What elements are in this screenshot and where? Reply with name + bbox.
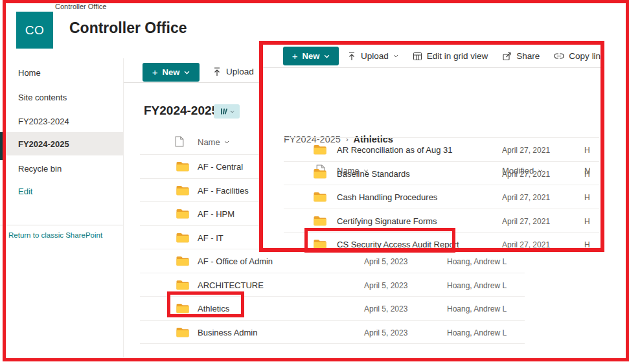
folder-icon (176, 327, 189, 340)
file-name[interactable]: Business Admin (198, 328, 258, 337)
file-name[interactable]: Cash Handling Procedures (337, 192, 437, 202)
modified-date: April 27, 2021 (502, 193, 550, 202)
modified-date: April 27, 2021 (502, 217, 550, 226)
document-type-icon[interactable] (175, 136, 184, 150)
folder-icon (176, 303, 189, 316)
folder-icon (314, 192, 326, 205)
folder-icon (314, 216, 326, 229)
sidebar-item-site-contents[interactable]: Site contents (0, 85, 123, 109)
sidebar-item-label: FY2024-2025 (18, 139, 69, 149)
folder-icon (176, 161, 189, 174)
folder-icon (176, 233, 189, 245)
folder-icon (314, 239, 326, 252)
upload-icon (347, 52, 356, 61)
modified-by: Hoang, Andrew L (584, 170, 590, 179)
folder-icon (314, 168, 326, 181)
file-name[interactable]: ARCHITECTURE (198, 280, 264, 290)
file-row[interactable]: AF - Office of AdminApril 5, 2023Hoang, … (140, 249, 525, 273)
copy-link-button[interactable]: Copy link (554, 51, 604, 61)
name-column-header[interactable]: Name (198, 137, 229, 147)
file-row[interactable]: AR Reconciliation as of Aug 31April 27, … (284, 137, 599, 161)
modified-by: Hoang, Andrew L (447, 328, 507, 337)
file-name[interactable]: Baseline Standards (337, 169, 410, 179)
modified-date: April 27, 2021 (502, 170, 550, 179)
file-row-highlighted[interactable]: CS Security Access Audit ReportApril 27,… (284, 232, 599, 252)
modified-by: Hoang, Andrew L (584, 146, 590, 155)
file-name[interactable]: AF - Central (198, 162, 243, 172)
file-row[interactable]: Baseline StandardsApril 27, 2021Hoang, A… (284, 161, 599, 185)
sidebar-item-fy2023-2024[interactable]: FY2023-2024 (0, 109, 123, 133)
view-options-chip[interactable] (214, 104, 240, 119)
sidebar-item-edit[interactable]: Edit (0, 179, 123, 203)
file-row[interactable]: Business AdminApril 5, 2023Hoang, Andrew… (140, 320, 525, 344)
edit-grid-view-button[interactable]: Edit in grid view (413, 51, 488, 61)
chevron-down-icon (393, 54, 398, 58)
chevron-down-icon (184, 71, 190, 74)
content-divider (123, 58, 124, 358)
share-button[interactable]: Share (502, 51, 540, 61)
upload-button[interactable]: Upload (212, 67, 264, 76)
link-icon (554, 52, 564, 60)
modified-by: Hoang, Andrew L (584, 217, 590, 226)
table-bottom-divider (140, 343, 525, 344)
modified-date: April 5, 2023 (364, 304, 407, 313)
chevron-down-icon (224, 141, 229, 144)
new-button[interactable]: + New (143, 63, 200, 82)
folder-icon (176, 209, 189, 222)
file-name[interactable]: AR Reconciliation as of Aug 31 (337, 145, 453, 155)
folder-icon (176, 256, 189, 269)
file-row[interactable]: Certifying Signature FormsApril 27, 2021… (284, 209, 599, 233)
library-title: FY2024-2025 (144, 104, 218, 118)
file-name[interactable]: AF - Facilities (198, 186, 249, 196)
sidebar-item-label: Home (18, 68, 41, 78)
plus-icon: + (292, 51, 298, 61)
modified-by: Hoang, Andrew L (584, 193, 590, 202)
modified-date: April 27, 2021 (502, 146, 550, 155)
file-name[interactable]: CS Security Access Audit Report (337, 240, 459, 249)
folder-icon (314, 144, 326, 157)
chevron-down-icon (230, 110, 234, 113)
sidebar-item-home[interactable]: Home (0, 61, 123, 84)
file-name[interactable]: AF - Office of Admin (198, 256, 273, 266)
return-classic-link[interactable]: Return to classic SharePoint (8, 231, 102, 239)
sidebar-item-label: Site contents (18, 93, 67, 102)
folder-icon (176, 280, 189, 293)
sidebar-divider (0, 225, 123, 225)
sidebar-item-label: Recycle bin (18, 164, 62, 174)
library-view-icon (220, 107, 228, 116)
site-title: Controller Office (69, 19, 187, 37)
file-row[interactable]: ARCHITECTUREApril 5, 2023Hoang, Andrew L (140, 273, 525, 297)
site-logo[interactable]: CO (16, 12, 53, 49)
sidebar-item-recycle-bin[interactable]: Recycle bin (0, 157, 123, 180)
upload-icon (212, 67, 222, 76)
folder-icon (176, 185, 189, 198)
file-name[interactable]: Athletics (198, 304, 229, 313)
file-name[interactable]: Certifying Signature Forms (337, 216, 437, 226)
modified-by: Hoang, Andrew L (447, 304, 507, 313)
sidebar-item-label: Edit (18, 187, 32, 196)
suite-site-label: Controller Office (55, 3, 106, 10)
chevron-down-icon (324, 54, 330, 58)
sidebar-item-label: FY2023-2024 (18, 117, 69, 126)
modified-date: April 5, 2023 (364, 281, 407, 290)
new-button[interactable]: + New (283, 47, 339, 65)
modified-date: April 27, 2021 (502, 240, 550, 249)
modified-date: April 5, 2023 (364, 328, 407, 337)
commandbar-divider (263, 67, 600, 68)
athletics-folder-screenshot-panel: + New Upload Edit in grid view Share Cop… (259, 41, 604, 252)
upload-button[interactable]: Upload (347, 51, 398, 61)
modified-by: Hoang, Andrew L (584, 240, 590, 249)
file-row-highlighted[interactable]: AthleticsApril 5, 2023Hoang, Andrew L (140, 296, 525, 320)
grid-view-icon (413, 52, 422, 61)
modified-by: Hoang, Andrew L (447, 281, 507, 290)
sidebar-item-fy2024-2025[interactable]: FY2024-2025 (0, 132, 123, 155)
file-name[interactable]: AF - IT (198, 233, 223, 243)
file-name[interactable]: AF - HPM (198, 209, 234, 219)
file-row[interactable]: Cash Handling ProceduresApril 27, 2021Ho… (284, 185, 599, 209)
commandbar-divider (124, 82, 259, 83)
plus-icon: + (152, 67, 158, 77)
modified-date: April 5, 2023 (364, 257, 407, 266)
share-icon (502, 52, 512, 61)
selected-nav-notch (0, 132, 3, 160)
modified-by: Hoang, Andrew L (447, 257, 507, 266)
